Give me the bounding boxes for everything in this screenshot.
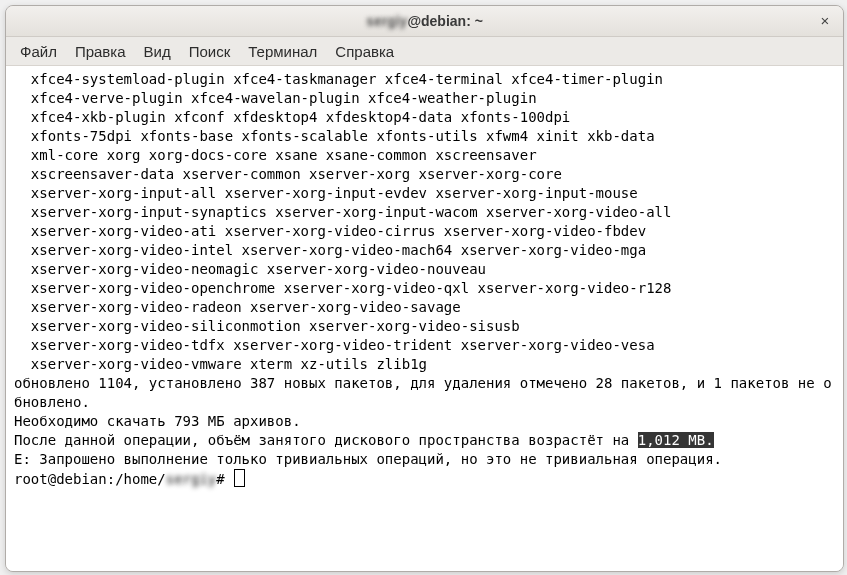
pkg-line: xfce4-systemload-plugin xfce4-taskmanage… (14, 70, 835, 89)
cursor-icon (234, 469, 245, 487)
prompt-line: root@debian:/home/sergiy# (14, 469, 835, 489)
titlebar: sergiy@debian: ~ × (6, 6, 843, 37)
highlighted-size: 1,012 MB. (638, 432, 714, 448)
pkg-line: xserver-xorg-video-neomagic xserver-xorg… (14, 260, 835, 279)
summary-line: обновлено 1104, установлено 387 новых па… (14, 374, 835, 412)
pkg-line: xfce4-verve-plugin xfce4-wavelan-plugin … (14, 89, 835, 108)
pkg-line: xserver-xorg-video-openchrome xserver-xo… (14, 279, 835, 298)
pkg-line: xserver-xorg-video-intel xserver-xorg-vi… (14, 241, 835, 260)
pkg-line: xserver-xorg-input-all xserver-xorg-inpu… (14, 184, 835, 203)
title-suffix: @debian: ~ (407, 13, 483, 29)
error-line: E: Запрошено выполнение только тривиальн… (14, 450, 835, 469)
menu-file[interactable]: Файл (12, 40, 65, 63)
pkg-line: xserver-xorg-video-radeon xserver-xorg-v… (14, 298, 835, 317)
window-title: sergiy@debian: ~ (366, 13, 483, 29)
pkg-line: xserver-xorg-video-tdfx xserver-xorg-vid… (14, 336, 835, 355)
close-icon[interactable]: × (815, 11, 835, 31)
pkg-line: xserver-xorg-input-synaptics xserver-xor… (14, 203, 835, 222)
pkg-line: xfce4-xkb-plugin xfconf xfdesktop4 xfdes… (14, 108, 835, 127)
menu-search[interactable]: Поиск (181, 40, 239, 63)
menu-terminal[interactable]: Терминал (240, 40, 325, 63)
pkg-line: xfonts-75dpi xfonts-base xfonts-scalable… (14, 127, 835, 146)
menu-view[interactable]: Вид (136, 40, 179, 63)
pkg-line: xserver-xorg-video-siliconmotion xserver… (14, 317, 835, 336)
terminal-window: sergiy@debian: ~ × Файл Правка Вид Поиск… (5, 5, 844, 572)
disk-line: После данной операции, объём занятого ди… (14, 431, 835, 450)
terminal-output[interactable]: xfce4-systemload-plugin xfce4-taskmanage… (6, 66, 843, 571)
pkg-line: xserver-xorg-video-vmware xterm xz-utils… (14, 355, 835, 374)
menu-help[interactable]: Справка (327, 40, 402, 63)
menubar: Файл Правка Вид Поиск Терминал Справка (6, 37, 843, 66)
title-user: sergiy (366, 13, 407, 29)
pkg-line: xserver-xorg-video-ati xserver-xorg-vide… (14, 222, 835, 241)
download-line: Необходимо скачать 793 MБ архивов. (14, 412, 835, 431)
pkg-line: xml-core xorg xorg-docs-core xsane xsane… (14, 146, 835, 165)
pkg-line: xscreensaver-data xserver-common xserver… (14, 165, 835, 184)
menu-edit[interactable]: Правка (67, 40, 134, 63)
